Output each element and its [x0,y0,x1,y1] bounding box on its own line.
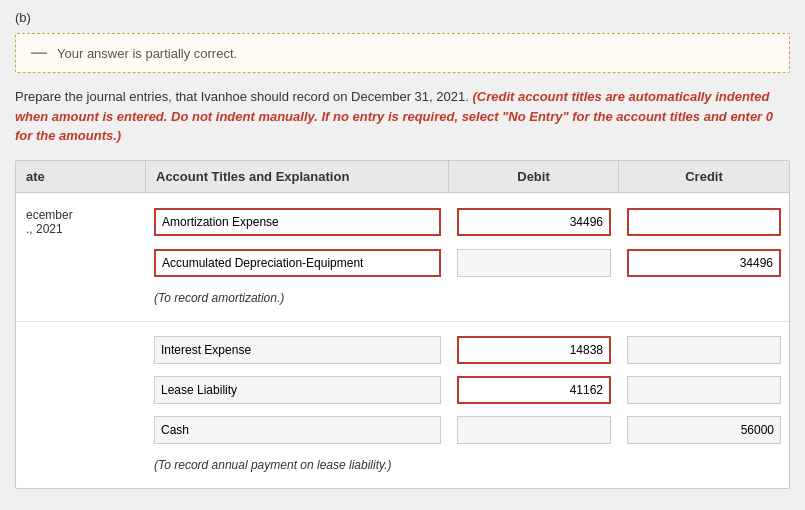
table-row [16,243,789,283]
account-field-cash [146,413,449,447]
note-spacer [16,287,146,309]
debit-input-lease-liability[interactable] [457,376,611,404]
entry-date-1: ecember ., 2021 [16,204,146,240]
entry-date-empty [16,259,146,267]
debit-field-amortization-expense [449,205,619,239]
account-input-lease-liability[interactable] [154,376,441,404]
debit-field-lease-liability [449,373,619,407]
instruction-text: Prepare the journal entries, that Ivanho… [15,87,790,146]
header-date: ate [16,161,146,192]
note-row-lease: (To record annual payment on lease liabi… [16,450,789,480]
entry-date-empty-2 [16,346,146,354]
debit-input-accum-depr[interactable] [457,249,611,277]
alert-text: Your answer is partially correct. [57,46,237,61]
entry-date-empty-3 [16,386,146,394]
account-input-amortization-expense[interactable] [154,208,441,236]
entry-lease-payment: (To record annual payment on lease liabi… [16,322,789,488]
credit-field-interest-expense [619,333,789,367]
credit-field-amortization-expense [619,205,789,239]
debit-field-cash [449,413,619,447]
note-amortization: (To record amortization.) [146,287,449,309]
header-credit: Credit [619,161,789,192]
account-input-interest-expense[interactable] [154,336,441,364]
credit-input-amortization-expense[interactable] [627,208,781,236]
debit-input-amortization-expense[interactable] [457,208,611,236]
note-lease: (To record annual payment on lease liabi… [146,454,449,476]
account-input-cash[interactable] [154,416,441,444]
credit-field-accum-depr [619,246,789,280]
instruction-prefix: Prepare the journal entries, that Ivanho… [15,89,469,104]
table-row: ecember ., 2021 [16,201,789,243]
credit-input-interest-expense[interactable] [627,336,781,364]
section-label: (b) [15,10,790,25]
credit-input-cash[interactable] [627,416,781,444]
table-header: ate Account Titles and Explanation Debit… [16,161,789,193]
alert-icon: — [31,44,47,62]
header-account: Account Titles and Explanation [146,161,449,192]
debit-field-interest-expense [449,333,619,367]
header-debit: Debit [449,161,619,192]
account-field-accum-depr [146,246,449,280]
credit-field-cash [619,413,789,447]
entry-amortization: ecember ., 2021 [16,193,789,322]
table-row [16,370,789,410]
credit-input-lease-liability[interactable] [627,376,781,404]
debit-input-interest-expense[interactable] [457,336,611,364]
account-field-interest-expense [146,333,449,367]
account-input-accum-depr[interactable] [154,249,441,277]
table-row [16,330,789,370]
account-field-lease-liability [146,373,449,407]
alert-box: — Your answer is partially correct. [15,33,790,73]
credit-input-accum-depr[interactable] [627,249,781,277]
note-row-amortization: (To record amortization.) [16,283,789,313]
debit-input-cash[interactable] [457,416,611,444]
credit-field-lease-liability [619,373,789,407]
entry-date-empty-4 [16,426,146,434]
account-field-amortization-expense [146,205,449,239]
note-spacer-2 [16,454,146,476]
journal-table: ate Account Titles and Explanation Debit… [15,160,790,489]
debit-field-accum-depr [449,246,619,280]
table-row [16,410,789,450]
